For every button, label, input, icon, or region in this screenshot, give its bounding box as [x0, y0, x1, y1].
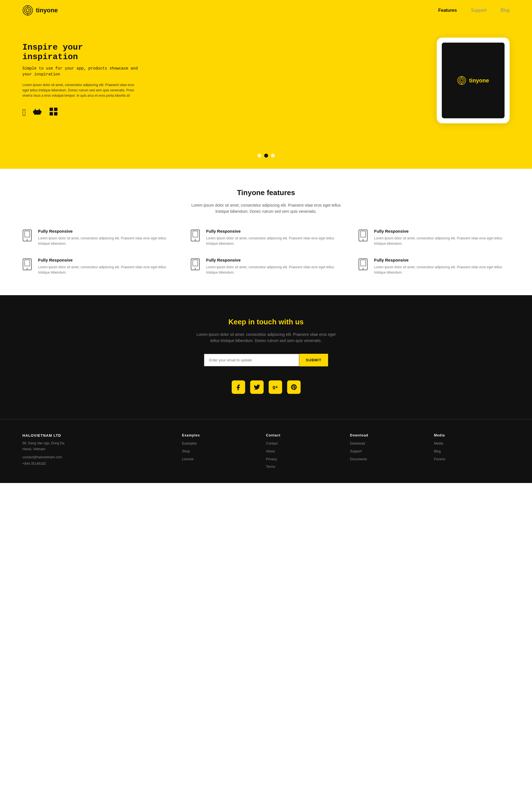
svg-rect-15 — [54, 108, 57, 111]
footer-col-download-heading: Download — [350, 433, 426, 437]
footer-link-examples[interactable]: Examples — [182, 441, 258, 447]
features-title: Tinyone features — [22, 188, 510, 197]
footer-link-download[interactable]: Download — [350, 441, 426, 447]
svg-point-19 — [459, 78, 464, 83]
footer-col-media: Media Media Blog Forums — [434, 433, 510, 471]
svg-point-24 — [26, 239, 28, 241]
email-form: SUBMIT — [22, 354, 510, 366]
nav-blog[interactable]: Blog — [501, 8, 510, 13]
svg-point-27 — [195, 239, 196, 241]
company-address2: Hanoi, Vietnam — [22, 446, 174, 452]
svg-point-1 — [25, 7, 31, 14]
windows-icon — [49, 107, 58, 118]
feature-item-6: Fully Responsive Lorem ipsum dolor sit a… — [358, 258, 510, 275]
footer-grid: HALOVIETNAM LTD 66, Dang Van ngu, Dong D… — [22, 433, 510, 471]
logo[interactable]: tinyone — [22, 5, 58, 16]
footer: HALOVIETNAM LTD 66, Dang Van ngu, Dong D… — [0, 419, 532, 483]
feature-desc-1: Lorem ipsum dolor sit amet, consectetur … — [38, 236, 174, 246]
social-icons: g+ — [22, 380, 510, 394]
hero-headline: Inspire your inspiration — [22, 42, 140, 62]
dot-2[interactable] — [264, 154, 268, 157]
pinterest-icon[interactable] — [287, 380, 301, 394]
navigation: tinyone Features Support Blog — [0, 0, 532, 21]
nav-features[interactable]: Features — [438, 8, 457, 13]
tablet-icon-6 — [358, 258, 370, 273]
company-address1: 66, Dang Van ngu, Dong Da — [22, 441, 174, 446]
features-section: Tinyone features Lorem ipsum dolor sit a… — [0, 169, 532, 295]
tablet-icon-1 — [22, 229, 34, 244]
svg-rect-10 — [33, 111, 34, 113]
tablet-icon-4 — [22, 258, 34, 273]
svg-rect-31 — [360, 231, 366, 237]
feature-title-6: Fully Responsive — [374, 258, 510, 262]
hero-section: Inspire your inspiration Simple to use f… — [0, 21, 532, 146]
footer-link-about[interactable]: About — [266, 448, 342, 455]
svg-rect-5 — [34, 110, 41, 115]
feature-item-4: Fully Responsive Lorem ipsum dolor sit a… — [22, 258, 174, 275]
feature-item-1: Fully Responsive Lorem ipsum dolor sit a… — [22, 229, 174, 246]
dot-3[interactable] — [271, 154, 275, 157]
feature-title-3: Fully Responsive — [374, 229, 510, 234]
hero-lorem: Lorem ipsum dolor sit amet, consectetur … — [22, 82, 140, 99]
feature-desc-5: Lorem ipsum dolor sit amet, consectetur … — [206, 264, 342, 275]
company-phone: +844 35149182 — [22, 461, 174, 466]
nav-support[interactable]: Support — [471, 8, 486, 13]
footer-link-forums[interactable]: Forums — [434, 457, 510, 463]
footer-col-contact: Contact Contact About Privacy Terms — [266, 433, 342, 471]
device-screen: tinyone — [442, 42, 504, 118]
screen-logo-icon — [457, 76, 466, 85]
svg-rect-12 — [36, 113, 36, 114]
logo-text: tinyone — [36, 7, 58, 14]
footer-link-contact[interactable]: Contact — [266, 441, 342, 447]
feature-text-1: Fully Responsive Lorem ipsum dolor sit a… — [38, 229, 174, 246]
footer-link-support[interactable]: Support — [350, 448, 426, 455]
svg-point-36 — [195, 268, 196, 270]
footer-link-blog[interactable]: Blog — [434, 448, 510, 455]
carousel-dots — [0, 146, 532, 169]
contact-section: Keep in touch with us Lorem ipsum dolor … — [0, 295, 532, 419]
footer-link-shop[interactable]: Shop — [182, 448, 258, 455]
footer-link-documents[interactable]: Documents — [350, 457, 426, 463]
footer-link-license[interactable]: License — [182, 457, 258, 463]
twitter-icon[interactable] — [250, 380, 264, 394]
feature-title-5: Fully Responsive — [206, 258, 342, 262]
footer-link-media[interactable]: Media — [434, 441, 510, 447]
email-input[interactable] — [204, 354, 299, 366]
platform-icons:  — [22, 107, 140, 118]
nav-links: Features Support Blog — [438, 8, 510, 13]
feature-item-2: Fully Responsive Lorem ipsum dolor sit a… — [191, 229, 342, 246]
svg-rect-37 — [193, 260, 198, 266]
footer-col-examples: Examples Examples Shop License — [182, 433, 258, 471]
footer-link-terms[interactable]: Terms — [266, 464, 342, 470]
feature-text-3: Fully Responsive Lorem ipsum dolor sit a… — [374, 229, 510, 246]
dot-1[interactable] — [258, 154, 261, 157]
feature-desc-2: Lorem ipsum dolor sit amet, consectetur … — [206, 236, 342, 246]
apple-icon:  — [22, 107, 26, 118]
svg-point-39 — [362, 268, 363, 270]
svg-rect-25 — [25, 231, 30, 237]
feature-text-2: Fully Responsive Lorem ipsum dolor sit a… — [206, 229, 342, 246]
hero-content: Inspire your inspiration Simple to use f… — [22, 42, 140, 119]
svg-point-20 — [461, 79, 463, 82]
svg-rect-40 — [360, 260, 366, 266]
feature-desc-3: Lorem ipsum dolor sit amet, consectetur … — [374, 236, 510, 246]
screen-logo: tinyone — [457, 76, 489, 85]
svg-rect-28 — [193, 231, 198, 237]
screen-brand-text: tinyone — [469, 78, 489, 84]
googleplus-icon[interactable]: g+ — [269, 380, 282, 394]
tablet-icon-5 — [191, 258, 202, 273]
company-name: HALOVIETNAM LTD — [22, 433, 174, 437]
facebook-icon[interactable] — [232, 380, 245, 394]
footer-link-privacy[interactable]: Privacy — [266, 457, 342, 463]
feature-desc-6: Lorem ipsum dolor sit amet, consectetur … — [374, 264, 510, 275]
feature-item-5: Fully Responsive Lorem ipsum dolor sit a… — [191, 258, 342, 275]
company-email[interactable]: contact@halovietnam.com — [22, 455, 174, 459]
submit-button[interactable]: SUBMIT — [299, 354, 328, 366]
hero-tagline: Simple to use for your app, products sho… — [22, 66, 140, 78]
feature-text-5: Fully Responsive Lorem ipsum dolor sit a… — [206, 258, 342, 275]
feature-title-2: Fully Responsive — [206, 229, 342, 234]
contact-subtitle: Lorem ipsum dolor sit amet, consectetur … — [193, 331, 339, 344]
footer-company: HALOVIETNAM LTD 66, Dang Van ngu, Dong D… — [22, 433, 174, 471]
feature-title-4: Fully Responsive — [38, 258, 174, 262]
device-mockup: tinyone — [437, 38, 510, 123]
